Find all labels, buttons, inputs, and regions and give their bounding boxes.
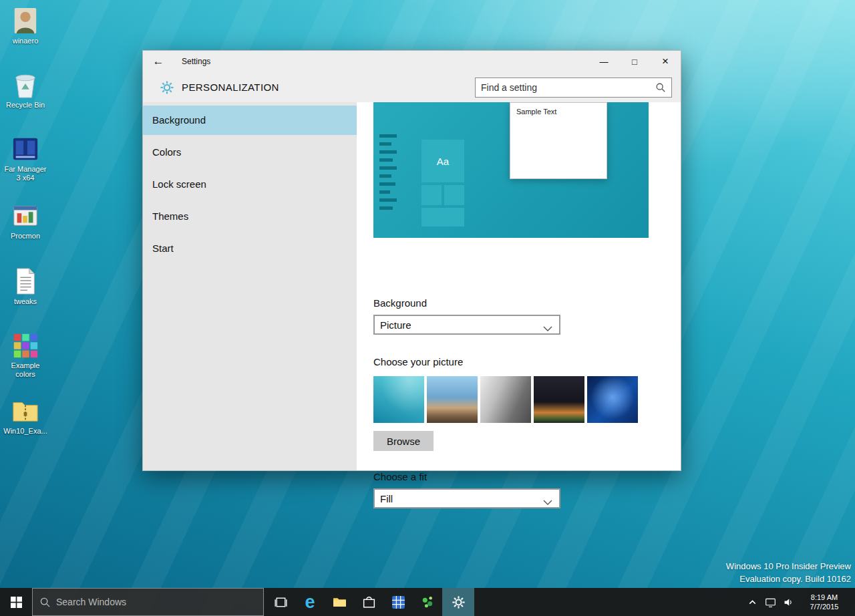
background-type-value: Picture bbox=[375, 319, 543, 331]
wallpaper-thumbnail-night[interactable] bbox=[534, 376, 584, 423]
watermark-line1: Windows 10 Pro Insider Preview bbox=[726, 560, 851, 573]
taskbar-search-box[interactable] bbox=[32, 588, 264, 616]
settings-window: ← Settings — □ × PERSONALIZATION Backgro… bbox=[142, 50, 681, 471]
network-icon bbox=[765, 597, 776, 608]
preview-tile bbox=[421, 185, 442, 205]
tray-chevron-up-button[interactable] bbox=[743, 588, 761, 616]
start-button[interactable] bbox=[0, 588, 32, 616]
background-label: Background bbox=[373, 297, 427, 309]
green-dots-icon bbox=[420, 595, 436, 610]
chevron-down-icon bbox=[543, 496, 552, 501]
text-file-icon bbox=[11, 267, 39, 295]
evaluation-watermark: Windows 10 Pro Insider Preview Evaluatio… bbox=[726, 560, 851, 585]
choose-picture-label: Choose your picture bbox=[373, 356, 463, 367]
clock-date: 7/7/2015 bbox=[803, 602, 846, 611]
preview-tile bbox=[444, 185, 464, 205]
clock-time: 8:19 AM bbox=[803, 593, 846, 602]
search-icon bbox=[655, 82, 666, 93]
settings-content: Aa Sample Text Background Picture Choose… bbox=[357, 102, 681, 470]
back-button[interactable]: ← bbox=[143, 55, 174, 68]
green-dots-app-button[interactable] bbox=[413, 588, 442, 616]
background-preview: Aa Sample Text bbox=[373, 102, 649, 238]
watermark-line2: Evaluation copy. Build 10162 bbox=[726, 573, 851, 585]
picture-thumbnails bbox=[373, 376, 638, 423]
procmon-icon bbox=[11, 202, 39, 230]
blue-grid-app-button[interactable] bbox=[383, 588, 413, 616]
desktop-icon-procmon[interactable]: Procmon bbox=[1, 202, 49, 241]
sidebar-item-themes[interactable]: Themes bbox=[143, 202, 357, 231]
edge-button[interactable]: e bbox=[295, 588, 325, 616]
desktop-icon-label: Recycle Bin bbox=[1, 101, 49, 110]
browse-button[interactable]: Browse bbox=[373, 431, 434, 451]
zip-folder-icon bbox=[11, 397, 39, 425]
page-title: PERSONALIZATION bbox=[182, 82, 279, 93]
desktop-icon-label: Far Manager 3 x64 bbox=[1, 165, 49, 182]
edge-icon: e bbox=[305, 593, 315, 611]
titlebar[interactable]: ← Settings — □ × bbox=[143, 51, 681, 72]
wallpaper-thumbnail-windows-hero[interactable] bbox=[587, 376, 638, 423]
desktop-icon-tweaks[interactable]: tweaks bbox=[1, 267, 49, 306]
preview-aa-tile: Aa bbox=[421, 140, 464, 182]
find-setting-box[interactable] bbox=[475, 78, 672, 98]
wallpaper-thumbnail-beach[interactable] bbox=[427, 376, 478, 423]
tray-volume-button[interactable] bbox=[780, 588, 798, 616]
sidebar-item-start[interactable]: Start bbox=[143, 234, 357, 263]
wallpaper-thumbnail-cliff[interactable] bbox=[480, 376, 531, 423]
desktop-icon-win10-zip[interactable]: Win10_Exa... bbox=[1, 397, 49, 436]
sidebar-item-background[interactable]: Background bbox=[143, 106, 357, 135]
desktop-icon-label: tweaks bbox=[1, 297, 49, 306]
find-setting-input[interactable] bbox=[476, 82, 655, 93]
desktop-icon-label: Procmon bbox=[1, 232, 49, 241]
search-icon bbox=[39, 597, 51, 608]
settings-gear-icon bbox=[159, 80, 175, 96]
desktop-icon-far-manager[interactable]: Far Manager 3 x64 bbox=[1, 135, 49, 182]
desktop-icon-example-colors[interactable]: Example colors bbox=[1, 331, 49, 379]
task-view-button[interactable] bbox=[266, 588, 295, 616]
desktop-icon-label: Win10_Exa... bbox=[1, 427, 49, 436]
preview-tile bbox=[421, 208, 464, 226]
sidebar-item-lock-screen[interactable]: Lock screen bbox=[143, 170, 357, 199]
recycle-bin-icon bbox=[11, 71, 39, 99]
preview-start-menu-items bbox=[379, 134, 397, 214]
window-title: Settings bbox=[182, 57, 210, 66]
user-folder-icon bbox=[11, 7, 39, 35]
sample-text: Sample Text bbox=[510, 103, 607, 116]
taskbar: e 8:19 AM 7/7/2015 bbox=[0, 588, 855, 616]
tray-network-button[interactable] bbox=[761, 588, 780, 616]
desktop-icon-label: Example colors bbox=[1, 361, 49, 379]
taskbar-clock[interactable]: 8:19 AM 7/7/2015 bbox=[803, 593, 846, 611]
file-explorer-button[interactable] bbox=[325, 588, 354, 616]
fit-dropdown[interactable]: Fill bbox=[373, 488, 560, 508]
settings-sidebar: Background Colors Lock screen Themes Sta… bbox=[143, 102, 357, 470]
desktop-icon-winaero[interactable]: winaero bbox=[1, 7, 49, 45]
settings-header: PERSONALIZATION bbox=[143, 72, 681, 102]
gear-icon bbox=[451, 595, 466, 610]
close-button[interactable]: × bbox=[650, 51, 681, 72]
minimize-button[interactable]: — bbox=[588, 51, 619, 72]
wallpaper-thumbnail-underwater[interactable] bbox=[373, 376, 424, 423]
preview-sample-window: Sample Text bbox=[510, 102, 607, 179]
windows-logo-icon bbox=[11, 597, 22, 608]
folder-icon bbox=[332, 595, 347, 610]
sidebar-item-colors[interactable]: Colors bbox=[143, 138, 357, 167]
store-button[interactable] bbox=[354, 588, 383, 616]
choose-fit-label: Choose a fit bbox=[373, 471, 427, 482]
desktop-icon-label: winaero bbox=[1, 37, 49, 45]
fit-value: Fill bbox=[375, 493, 543, 504]
blue-grid-icon bbox=[391, 595, 406, 610]
chevron-down-icon bbox=[543, 322, 552, 327]
maximize-button[interactable]: □ bbox=[619, 51, 650, 72]
taskbar-search-input[interactable] bbox=[51, 597, 263, 607]
speaker-icon bbox=[783, 597, 794, 608]
background-type-dropdown[interactable]: Picture bbox=[373, 315, 560, 335]
far-manager-icon bbox=[11, 135, 39, 163]
settings-app-button[interactable] bbox=[442, 588, 474, 616]
store-bag-icon bbox=[361, 595, 377, 610]
colors-grid-icon bbox=[11, 331, 39, 359]
chevron-up-icon bbox=[747, 597, 758, 608]
desktop-icon-recycle-bin[interactable]: Recycle Bin bbox=[1, 71, 49, 110]
task-view-icon bbox=[273, 595, 289, 610]
